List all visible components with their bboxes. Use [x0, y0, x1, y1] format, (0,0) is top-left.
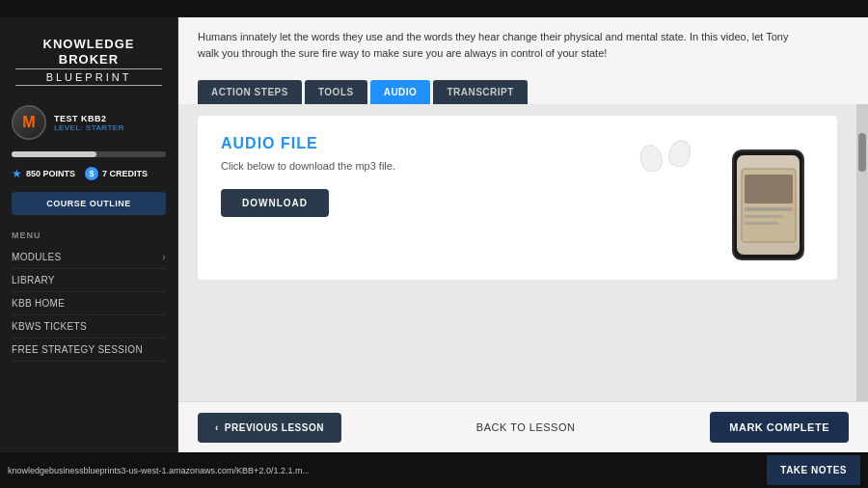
svg-rect-3: [745, 215, 783, 218]
user-level: LEVEL: STARTER: [54, 123, 124, 132]
description-text: Humans innately let the words they use a…: [198, 29, 796, 61]
credits-badge: $ 7 CREDITS: [85, 167, 148, 180]
sidebar-item-library[interactable]: LIBRARY: [12, 269, 166, 292]
points-text: 850 POINTS: [26, 169, 75, 178]
tab-action-steps[interactable]: ACTION STEPS: [198, 80, 302, 104]
menu-section: MENU MODULES › LIBRARY KBB HOME KBWS TIC…: [0, 227, 177, 366]
tab-tools[interactable]: TOOLS: [305, 80, 367, 104]
sidebar: KNOWLEDGE BROKER BLUEPRINT M TEST KBB2 L…: [0, 17, 178, 452]
earbud-right: [666, 138, 693, 170]
sidebar-item-free-strategy-label: FREE STRATEGY SESSION: [12, 344, 143, 355]
menu-label: MENU: [12, 230, 166, 240]
content-body: AUDIO FILE Click below to download the m…: [178, 104, 856, 401]
bottom-nav: ‹ PREVIOUS LESSON BACK TO LESSON MARK CO…: [178, 401, 868, 452]
progress-bar-bg: [12, 151, 166, 157]
avatar-letter: M: [22, 114, 35, 131]
audio-subtitle: Click below to download the mp3 file.: [221, 160, 395, 172]
phone-body: [732, 149, 804, 260]
content-area: Humans innately let the words they use a…: [178, 17, 868, 452]
phone-screen: [737, 155, 800, 255]
audio-file-title: AUDIO FILE: [221, 135, 395, 152]
progress-bar-fill: [12, 151, 96, 157]
star-icon: ★: [12, 167, 22, 180]
content-top: Humans innately let the words they use a…: [178, 17, 868, 70]
earbud-left: [637, 143, 665, 175]
svg-rect-4: [745, 222, 778, 225]
logo-area: KNOWLEDGE BROKER BLUEPRINT: [0, 29, 177, 97]
user-area: M TEST KBB2 LEVEL: STARTER: [0, 97, 177, 148]
status-url: knowledgebusinessblueprints3-us-west-1.a…: [8, 466, 310, 475]
tab-transcript[interactable]: TRANSCRIPT: [433, 80, 527, 104]
svg-rect-2: [745, 207, 793, 211]
tab-audio[interactable]: AUDIO: [370, 80, 431, 104]
points-badge: ★ 850 POINTS: [12, 167, 75, 180]
scrollbar[interactable]: [856, 104, 868, 401]
sidebar-item-kbb-home[interactable]: KBB HOME: [12, 292, 166, 315]
download-button[interactable]: DOWNLOAD: [221, 189, 329, 217]
sidebar-item-kbws-tickets-label: KBWS TICKETS: [12, 321, 87, 332]
status-bar: knowledgebusinessblueprints3-us-west-1.a…: [0, 452, 868, 488]
credits-icon: $: [85, 167, 98, 180]
user-info: TEST KBB2 LEVEL: STARTER: [54, 114, 124, 132]
sidebar-item-free-strategy[interactable]: FREE STRATEGY SESSION: [12, 339, 166, 362]
previous-lesson-button[interactable]: ‹ PREVIOUS LESSON: [198, 413, 341, 443]
sidebar-item-modules[interactable]: MODULES ›: [12, 246, 166, 269]
credits-text: 7 CREDITS: [102, 169, 148, 178]
logo-subtitle: BLUEPRINT: [15, 68, 162, 86]
audio-card-left: AUDIO FILE Click below to download the m…: [221, 135, 395, 217]
user-name: TEST KBB2: [54, 114, 124, 123]
sidebar-item-modules-label: MODULES: [12, 252, 62, 262]
course-outline-button[interactable]: COURSE OUTLINE: [12, 192, 166, 215]
phone-screen-content: [737, 155, 800, 255]
scrollbar-thumb[interactable]: [858, 133, 866, 172]
sidebar-item-kbb-home-label: KBB HOME: [12, 298, 65, 309]
svg-rect-1: [745, 175, 793, 203]
chevron-right-icon: ›: [162, 252, 166, 262]
points-row: ★ 850 POINTS $ 7 CREDITS: [0, 163, 177, 188]
previous-lesson-label: PREVIOUS LESSON: [225, 422, 324, 433]
sidebar-item-library-label: LIBRARY: [12, 275, 55, 285]
phone-illustration: [621, 135, 814, 260]
avatar-inner: M: [14, 107, 44, 138]
avatar: M: [12, 105, 46, 140]
tabs-row: ACTION STEPS TOOLS AUDIO TRANSCRIPT: [178, 70, 868, 104]
audio-card: AUDIO FILE Click below to download the m…: [198, 116, 837, 280]
sidebar-item-kbws-tickets[interactable]: KBWS TICKETS: [12, 315, 166, 339]
take-notes-button[interactable]: TAKE NOTES: [767, 455, 860, 485]
chevron-left-icon: ‹: [215, 422, 219, 433]
mark-complete-button[interactable]: MARK COMPLETE: [710, 412, 849, 443]
progress-bar-container: [0, 148, 177, 163]
logo-title: KNOWLEDGE BROKER: [15, 37, 162, 67]
top-bar: [0, 0, 868, 17]
back-to-lesson-link[interactable]: BACK TO LESSON: [476, 421, 576, 433]
